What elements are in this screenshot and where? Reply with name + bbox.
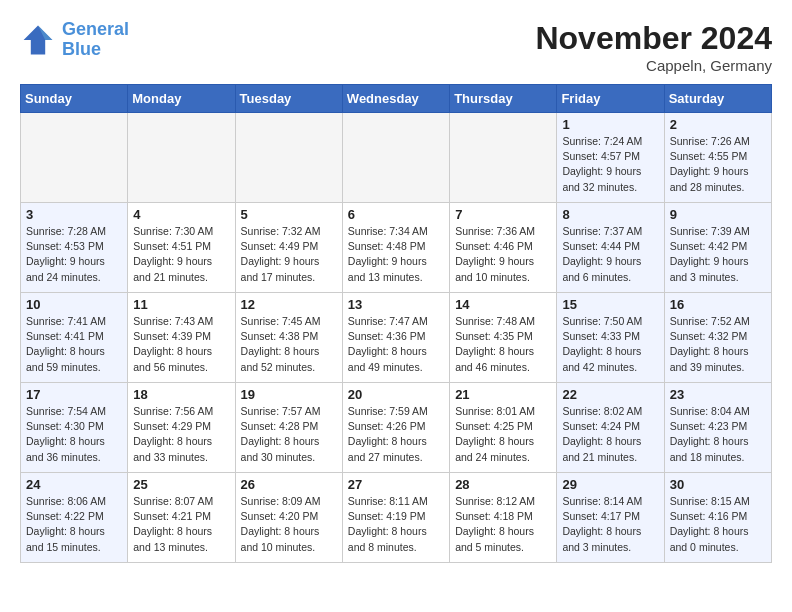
calendar-day-cell: 2Sunrise: 7:26 AM Sunset: 4:55 PM Daylig… xyxy=(664,113,771,203)
calendar-day-cell: 17Sunrise: 7:54 AM Sunset: 4:30 PM Dayli… xyxy=(21,383,128,473)
calendar-day-cell: 25Sunrise: 8:07 AM Sunset: 4:21 PM Dayli… xyxy=(128,473,235,563)
calendar-day-cell xyxy=(21,113,128,203)
day-info: Sunrise: 7:50 AM Sunset: 4:33 PM Dayligh… xyxy=(562,314,658,375)
calendar-day-cell: 27Sunrise: 8:11 AM Sunset: 4:19 PM Dayli… xyxy=(342,473,449,563)
calendar-day-cell: 29Sunrise: 8:14 AM Sunset: 4:17 PM Dayli… xyxy=(557,473,664,563)
calendar-week-row: 10Sunrise: 7:41 AM Sunset: 4:41 PM Dayli… xyxy=(21,293,772,383)
calendar-day-cell: 9Sunrise: 7:39 AM Sunset: 4:42 PM Daylig… xyxy=(664,203,771,293)
calendar-day-cell: 20Sunrise: 7:59 AM Sunset: 4:26 PM Dayli… xyxy=(342,383,449,473)
day-info: Sunrise: 7:45 AM Sunset: 4:38 PM Dayligh… xyxy=(241,314,337,375)
title-area: November 2024 Cappeln, Germany xyxy=(535,20,772,74)
day-info: Sunrise: 7:26 AM Sunset: 4:55 PM Dayligh… xyxy=(670,134,766,195)
day-number: 6 xyxy=(348,207,444,222)
weekday-header-cell: Thursday xyxy=(450,85,557,113)
day-info: Sunrise: 7:54 AM Sunset: 4:30 PM Dayligh… xyxy=(26,404,122,465)
calendar-day-cell xyxy=(450,113,557,203)
calendar-day-cell: 1Sunrise: 7:24 AM Sunset: 4:57 PM Daylig… xyxy=(557,113,664,203)
day-number: 12 xyxy=(241,297,337,312)
calendar-day-cell: 15Sunrise: 7:50 AM Sunset: 4:33 PM Dayli… xyxy=(557,293,664,383)
day-info: Sunrise: 8:07 AM Sunset: 4:21 PM Dayligh… xyxy=(133,494,229,555)
day-info: Sunrise: 7:28 AM Sunset: 4:53 PM Dayligh… xyxy=(26,224,122,285)
day-number: 30 xyxy=(670,477,766,492)
day-number: 27 xyxy=(348,477,444,492)
weekday-header-row: SundayMondayTuesdayWednesdayThursdayFrid… xyxy=(21,85,772,113)
day-number: 10 xyxy=(26,297,122,312)
calendar-day-cell: 18Sunrise: 7:56 AM Sunset: 4:29 PM Dayli… xyxy=(128,383,235,473)
day-number: 2 xyxy=(670,117,766,132)
calendar-week-row: 3Sunrise: 7:28 AM Sunset: 4:53 PM Daylig… xyxy=(21,203,772,293)
calendar-day-cell: 24Sunrise: 8:06 AM Sunset: 4:22 PM Dayli… xyxy=(21,473,128,563)
header: General Blue November 2024 Cappeln, Germ… xyxy=(20,20,772,74)
day-info: Sunrise: 8:02 AM Sunset: 4:24 PM Dayligh… xyxy=(562,404,658,465)
day-info: Sunrise: 7:37 AM Sunset: 4:44 PM Dayligh… xyxy=(562,224,658,285)
day-info: Sunrise: 7:43 AM Sunset: 4:39 PM Dayligh… xyxy=(133,314,229,375)
weekday-header-cell: Saturday xyxy=(664,85,771,113)
day-number: 18 xyxy=(133,387,229,402)
calendar-week-row: 17Sunrise: 7:54 AM Sunset: 4:30 PM Dayli… xyxy=(21,383,772,473)
logo-line2: Blue xyxy=(62,39,101,59)
calendar-week-row: 1Sunrise: 7:24 AM Sunset: 4:57 PM Daylig… xyxy=(21,113,772,203)
day-number: 21 xyxy=(455,387,551,402)
day-number: 22 xyxy=(562,387,658,402)
calendar-day-cell: 21Sunrise: 8:01 AM Sunset: 4:25 PM Dayli… xyxy=(450,383,557,473)
calendar-day-cell xyxy=(235,113,342,203)
calendar-day-cell: 11Sunrise: 7:43 AM Sunset: 4:39 PM Dayli… xyxy=(128,293,235,383)
weekday-header-cell: Monday xyxy=(128,85,235,113)
calendar-day-cell: 22Sunrise: 8:02 AM Sunset: 4:24 PM Dayli… xyxy=(557,383,664,473)
day-info: Sunrise: 7:30 AM Sunset: 4:51 PM Dayligh… xyxy=(133,224,229,285)
calendar-day-cell: 3Sunrise: 7:28 AM Sunset: 4:53 PM Daylig… xyxy=(21,203,128,293)
calendar-day-cell: 19Sunrise: 7:57 AM Sunset: 4:28 PM Dayli… xyxy=(235,383,342,473)
calendar-day-cell: 7Sunrise: 7:36 AM Sunset: 4:46 PM Daylig… xyxy=(450,203,557,293)
day-info: Sunrise: 7:39 AM Sunset: 4:42 PM Dayligh… xyxy=(670,224,766,285)
calendar-day-cell: 23Sunrise: 8:04 AM Sunset: 4:23 PM Dayli… xyxy=(664,383,771,473)
day-number: 13 xyxy=(348,297,444,312)
day-info: Sunrise: 7:36 AM Sunset: 4:46 PM Dayligh… xyxy=(455,224,551,285)
calendar-day-cell: 28Sunrise: 8:12 AM Sunset: 4:18 PM Dayli… xyxy=(450,473,557,563)
day-number: 9 xyxy=(670,207,766,222)
calendar-day-cell: 5Sunrise: 7:32 AM Sunset: 4:49 PM Daylig… xyxy=(235,203,342,293)
day-info: Sunrise: 7:34 AM Sunset: 4:48 PM Dayligh… xyxy=(348,224,444,285)
day-number: 26 xyxy=(241,477,337,492)
calendar-day-cell xyxy=(342,113,449,203)
calendar-day-cell: 4Sunrise: 7:30 AM Sunset: 4:51 PM Daylig… xyxy=(128,203,235,293)
day-info: Sunrise: 8:06 AM Sunset: 4:22 PM Dayligh… xyxy=(26,494,122,555)
day-info: Sunrise: 8:11 AM Sunset: 4:19 PM Dayligh… xyxy=(348,494,444,555)
weekday-header-cell: Tuesday xyxy=(235,85,342,113)
month-title: November 2024 xyxy=(535,20,772,57)
day-number: 3 xyxy=(26,207,122,222)
day-number: 14 xyxy=(455,297,551,312)
calendar-day-cell: 6Sunrise: 7:34 AM Sunset: 4:48 PM Daylig… xyxy=(342,203,449,293)
day-info: Sunrise: 8:09 AM Sunset: 4:20 PM Dayligh… xyxy=(241,494,337,555)
day-number: 4 xyxy=(133,207,229,222)
day-info: Sunrise: 7:24 AM Sunset: 4:57 PM Dayligh… xyxy=(562,134,658,195)
logo-line1: General xyxy=(62,19,129,39)
calendar-day-cell: 8Sunrise: 7:37 AM Sunset: 4:44 PM Daylig… xyxy=(557,203,664,293)
logo-text: General Blue xyxy=(62,20,129,60)
day-number: 25 xyxy=(133,477,229,492)
weekday-header-cell: Friday xyxy=(557,85,664,113)
day-info: Sunrise: 8:01 AM Sunset: 4:25 PM Dayligh… xyxy=(455,404,551,465)
day-number: 20 xyxy=(348,387,444,402)
day-info: Sunrise: 7:48 AM Sunset: 4:35 PM Dayligh… xyxy=(455,314,551,375)
calendar-body: 1Sunrise: 7:24 AM Sunset: 4:57 PM Daylig… xyxy=(21,113,772,563)
day-number: 24 xyxy=(26,477,122,492)
day-number: 23 xyxy=(670,387,766,402)
calendar-day-cell: 13Sunrise: 7:47 AM Sunset: 4:36 PM Dayli… xyxy=(342,293,449,383)
day-number: 11 xyxy=(133,297,229,312)
day-info: Sunrise: 7:47 AM Sunset: 4:36 PM Dayligh… xyxy=(348,314,444,375)
day-info: Sunrise: 8:14 AM Sunset: 4:17 PM Dayligh… xyxy=(562,494,658,555)
day-number: 1 xyxy=(562,117,658,132)
calendar-table: SundayMondayTuesdayWednesdayThursdayFrid… xyxy=(20,84,772,563)
day-number: 5 xyxy=(241,207,337,222)
day-number: 28 xyxy=(455,477,551,492)
day-info: Sunrise: 8:15 AM Sunset: 4:16 PM Dayligh… xyxy=(670,494,766,555)
weekday-header-cell: Sunday xyxy=(21,85,128,113)
day-info: Sunrise: 7:52 AM Sunset: 4:32 PM Dayligh… xyxy=(670,314,766,375)
calendar-day-cell: 26Sunrise: 8:09 AM Sunset: 4:20 PM Dayli… xyxy=(235,473,342,563)
calendar-week-row: 24Sunrise: 8:06 AM Sunset: 4:22 PM Dayli… xyxy=(21,473,772,563)
day-info: Sunrise: 7:59 AM Sunset: 4:26 PM Dayligh… xyxy=(348,404,444,465)
day-info: Sunrise: 7:57 AM Sunset: 4:28 PM Dayligh… xyxy=(241,404,337,465)
calendar-day-cell: 16Sunrise: 7:52 AM Sunset: 4:32 PM Dayli… xyxy=(664,293,771,383)
logo-icon xyxy=(20,22,56,58)
day-number: 15 xyxy=(562,297,658,312)
